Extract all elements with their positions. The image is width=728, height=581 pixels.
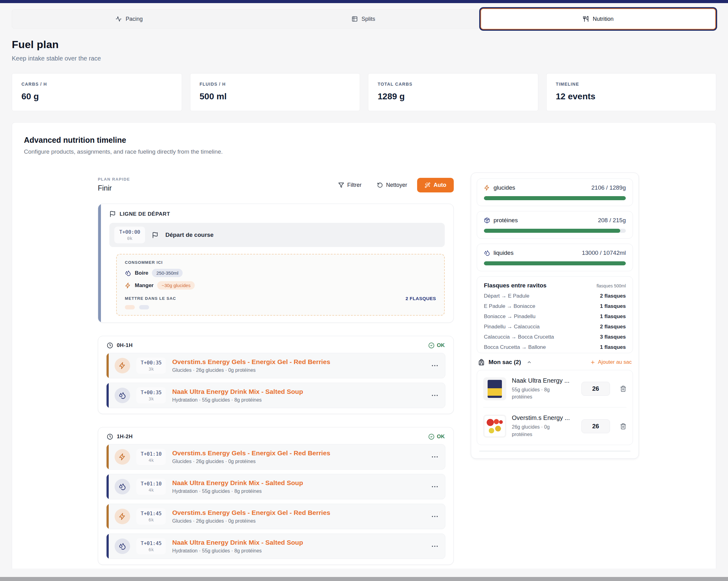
event-menu-button[interactable]: [431, 513, 439, 521]
flask-count: 1 flasques: [600, 303, 626, 309]
event-menu-button[interactable]: [431, 453, 439, 461]
filter-button[interactable]: Filtrer: [333, 178, 367, 192]
zap-icon: [484, 185, 490, 191]
product-title: Naak Ultra Energy Drink Mix - Salted Sou…: [172, 539, 303, 546]
event-menu-button[interactable]: [431, 362, 439, 370]
trash-icon[interactable]: [620, 385, 626, 392]
funnel-icon: [338, 182, 344, 188]
event-menu-button[interactable]: [431, 391, 439, 399]
bag-item-title: Overstim.s Energy ...: [512, 414, 570, 421]
flask-count: 1 flasques: [600, 344, 626, 351]
droplets-icon: [125, 270, 131, 276]
ellipsis-icon: [431, 453, 439, 461]
fuel-event-row[interactable]: T+00:35 3k Overstim.s Energy Gels - Ener…: [106, 353, 445, 378]
event-time: T+01:45: [141, 540, 161, 546]
flasks-title: Flasques entre ravitos: [484, 282, 547, 289]
event-time: T+00:35: [141, 360, 161, 366]
status-badge: OK: [428, 434, 445, 440]
fuel-event-row[interactable]: T+01:45 6k Overstim.s Energy Gels - Ener…: [106, 504, 445, 529]
stat-card: CARBS / H 60 g: [12, 73, 182, 111]
flask-route: Boniacce → Pinadellu: [484, 313, 536, 320]
nutrition-panel: Advanced nutrition timeline Configure pr…: [12, 122, 716, 569]
circle-check-icon: [428, 342, 435, 349]
fuel-event-row[interactable]: T+01:45 6k Naak Ultra Energy Drink Mix -…: [106, 533, 445, 559]
flag-icon: [109, 211, 116, 217]
stat-card: TOTAL CARBS 1289 g: [368, 73, 538, 111]
flasks-unit: flasques 500ml: [597, 283, 626, 288]
event-type-icon: [114, 388, 130, 403]
add-to-bag-label: Ajouter au sac: [598, 359, 632, 365]
sidebar-divider: [479, 451, 630, 451]
table-icon: [352, 16, 358, 22]
eat-amount-chip: ~30g glucides: [157, 281, 195, 289]
panel-title: Advanced nutrition timeline: [24, 136, 704, 145]
horizontal-scrollbar[interactable]: [0, 577, 728, 581]
event-time: T+00:00: [119, 229, 140, 235]
timeline-column: PLAN RAPIDE Finir Filtrer Nettoyer Auto: [98, 172, 454, 569]
droplets-icon: [119, 392, 126, 399]
metric-card: protéines 208 / 215g: [477, 211, 633, 239]
auto-button[interactable]: Auto: [417, 178, 454, 192]
quick-plan-select[interactable]: Finir: [98, 184, 130, 192]
bag-item-details: 26g glucides · 0g protéines: [512, 423, 570, 438]
metric-name: liquides: [494, 250, 513, 256]
time-badge: T+00:35 3k: [136, 387, 166, 404]
flask-row: E Padule → Boniacce 1 flasques: [484, 303, 626, 309]
event-distance: 3k: [141, 366, 161, 371]
panel-subtitle: Configure products, assignments, and rac…: [24, 148, 704, 155]
event-menu-button[interactable]: [431, 482, 439, 491]
product-chip[interactable]: [125, 305, 135, 309]
stats-row: CARBS / H 60 g FLUIDS / H 500 ml TOTAL C…: [12, 73, 716, 111]
start-event-row[interactable]: T+00:00 0k Départ de course: [109, 223, 445, 247]
page-title: Fuel plan: [12, 38, 716, 51]
start-event-label: Départ de course: [165, 231, 213, 238]
hour-section-title: 0H-1H: [117, 342, 133, 349]
tab-nutrition[interactable]: Nutrition: [480, 8, 716, 29]
tab-splits-label: Splits: [362, 16, 375, 22]
droplets-icon: [119, 483, 126, 490]
clean-button-label: Nettoyer: [386, 182, 407, 188]
event-time: T+01:45: [141, 510, 161, 517]
clean-button[interactable]: Nettoyer: [371, 178, 413, 192]
product-chip[interactable]: [139, 305, 149, 309]
flask-row: Calacuccia → Bocca Crucetta 3 flasques: [484, 334, 626, 340]
drink-row: Boire 250-350ml: [125, 269, 436, 277]
event-type-icon: [114, 509, 130, 524]
product-details: Hydratation · 55g glucides · 8g protéine…: [172, 397, 303, 403]
consume-here-box: CONSOMMER ICI Boire 250-350ml Manger ~30…: [116, 254, 445, 316]
hour-section-title: 1H-2H: [117, 434, 133, 440]
quantity-value[interactable]: 26: [592, 385, 599, 392]
zap-icon: [119, 513, 126, 520]
trash-icon[interactable]: [620, 423, 626, 430]
flask-route: E Padule → Boniacce: [484, 303, 535, 309]
event-menu-button[interactable]: [431, 542, 439, 550]
flask-row: Départ → E Padule 2 flasques: [484, 293, 626, 299]
droplets-icon: [484, 250, 490, 256]
drink-amount-chip: 250-350ml: [152, 269, 183, 277]
start-line-header: LIGNE DE DÉPART: [109, 211, 445, 217]
chevron-up-icon[interactable]: [527, 360, 532, 365]
bag-item-title: Naak Ultra Energy ...: [512, 377, 570, 384]
product-title: Naak Ultra Energy Drink Mix - Salted Sou…: [172, 479, 303, 487]
flask-count: 2 flasques: [600, 293, 626, 299]
flask-row: Pinadellu → Calacuccia 2 flasques: [484, 324, 626, 330]
hour-section-header: 1H-2H OK: [106, 433, 445, 440]
fuel-event-row[interactable]: T+01:10 4k Naak Ultra Energy Drink Mix -…: [106, 474, 445, 499]
event-distance: 4k: [141, 458, 161, 463]
hour-section-items: T+01:10 4k Overstim.s Energy Gels - Ener…: [106, 444, 445, 559]
stat-value: 60 g: [21, 91, 172, 102]
product-title: Overstim.s Energy Gels - Energix Gel - R…: [172, 509, 330, 517]
fuel-event-row[interactable]: T+01:10 4k Overstim.s Energy Gels - Ener…: [106, 444, 445, 470]
tab-pacing[interactable]: Pacing: [12, 10, 246, 28]
stat-label: CARBS / H: [21, 82, 172, 87]
tab-splits[interactable]: Splits: [246, 10, 480, 28]
add-to-bag-button[interactable]: Ajouter au sac: [590, 359, 632, 365]
bag-card: Naak Ultra Energy ... 55g glucides · 8g …: [477, 370, 633, 445]
activity-icon: [115, 16, 122, 22]
flask-row: Bocca Crucetta → Ballone 1 flasques: [484, 344, 626, 351]
quantity-value[interactable]: 26: [592, 423, 599, 430]
bag-header: Mon sac (2) Ajouter au sac: [478, 359, 632, 366]
fuel-event-row[interactable]: T+00:35 3k Naak Ultra Energy Drink Mix -…: [106, 383, 445, 408]
plan-header: PLAN RAPIDE Finir Filtrer Nettoyer Auto: [98, 172, 454, 192]
quantity-stepper: 26: [581, 382, 610, 396]
